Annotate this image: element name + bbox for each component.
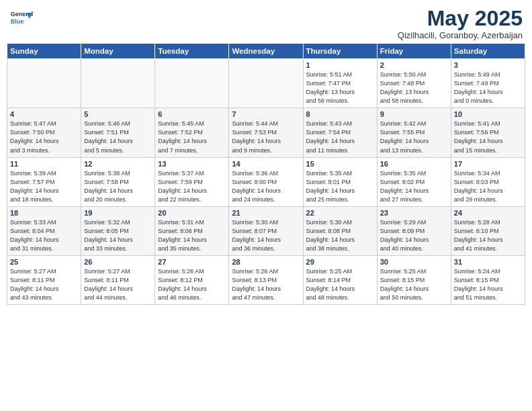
day-number: 14 — [232, 160, 300, 168]
calendar-day-cell: 12Sunrise: 5:38 AM Sunset: 7:58 PM Dayli… — [81, 157, 155, 206]
day-number: 26 — [84, 258, 152, 266]
day-info: Sunrise: 5:42 AM Sunset: 7:55 PM Dayligh… — [380, 120, 448, 154]
calendar-week-row: 25Sunrise: 5:27 AM Sunset: 8:11 PM Dayli… — [7, 255, 525, 304]
day-number: 30 — [380, 258, 448, 266]
day-number: 22 — [306, 209, 374, 217]
calendar-day-cell: 15Sunrise: 5:35 AM Sunset: 8:01 PM Dayli… — [303, 157, 377, 206]
day-number: 6 — [158, 110, 226, 118]
calendar-day-cell: 7Sunrise: 5:44 AM Sunset: 7:53 PM Daylig… — [229, 108, 303, 157]
calendar-day-cell: 10Sunrise: 5:41 AM Sunset: 7:56 PM Dayli… — [451, 108, 525, 157]
day-number: 11 — [10, 160, 78, 168]
calendar-empty-cell — [7, 59, 81, 108]
weekday-header-friday: Friday — [377, 44, 451, 59]
day-info: Sunrise: 5:39 AM Sunset: 7:57 PM Dayligh… — [10, 169, 78, 204]
day-number: 18 — [10, 209, 78, 217]
calendar-week-row: 1Sunrise: 5:51 AM Sunset: 7:47 PM Daylig… — [7, 59, 525, 108]
day-info: Sunrise: 5:35 AM Sunset: 8:02 PM Dayligh… — [380, 169, 448, 204]
calendar-day-cell: 13Sunrise: 5:37 AM Sunset: 7:59 PM Dayli… — [155, 157, 229, 206]
day-number: 13 — [158, 160, 226, 168]
calendar-day-cell: 27Sunrise: 5:26 AM Sunset: 8:12 PM Dayli… — [155, 255, 229, 304]
day-number: 29 — [306, 258, 374, 266]
calendar-empty-cell — [229, 59, 303, 108]
calendar-day-cell: 30Sunrise: 5:25 AM Sunset: 8:15 PM Dayli… — [377, 255, 451, 304]
calendar-empty-cell — [155, 59, 229, 108]
calendar-day-cell: 3Sunrise: 5:49 AM Sunset: 7:49 PM Daylig… — [451, 59, 525, 108]
calendar-day-cell: 1Sunrise: 5:51 AM Sunset: 7:47 PM Daylig… — [303, 59, 377, 108]
day-info: Sunrise: 5:46 AM Sunset: 7:51 PM Dayligh… — [84, 120, 152, 154]
weekday-header-saturday: Saturday — [451, 44, 525, 59]
day-number: 5 — [84, 110, 152, 118]
calendar-day-cell: 28Sunrise: 5:26 AM Sunset: 8:13 PM Dayli… — [229, 255, 303, 304]
calendar-table: SundayMondayTuesdayWednesdayThursdayFrid… — [7, 43, 525, 305]
day-number: 12 — [84, 160, 152, 168]
weekday-header-monday: Monday — [81, 44, 155, 59]
day-info: Sunrise: 5:29 AM Sunset: 8:09 PM Dayligh… — [380, 218, 448, 253]
day-number: 8 — [306, 110, 374, 118]
day-info: Sunrise: 5:50 AM Sunset: 7:48 PM Dayligh… — [380, 71, 448, 105]
day-info: Sunrise: 5:27 AM Sunset: 8:11 PM Dayligh… — [10, 267, 78, 302]
day-info: Sunrise: 5:45 AM Sunset: 7:52 PM Dayligh… — [158, 120, 226, 154]
calendar-day-cell: 18Sunrise: 5:33 AM Sunset: 8:04 PM Dayli… — [7, 206, 81, 255]
calendar-week-row: 18Sunrise: 5:33 AM Sunset: 8:04 PM Dayli… — [7, 206, 525, 255]
calendar-day-cell: 21Sunrise: 5:30 AM Sunset: 8:07 PM Dayli… — [229, 206, 303, 255]
title-block: May 2025 Qizilhacili, Goranboy, Azerbaij… — [398, 7, 523, 40]
day-number: 4 — [10, 110, 78, 118]
day-info: Sunrise: 5:43 AM Sunset: 7:54 PM Dayligh… — [306, 120, 374, 154]
day-number: 25 — [10, 258, 78, 266]
calendar-day-cell: 20Sunrise: 5:31 AM Sunset: 8:06 PM Dayli… — [155, 206, 229, 255]
day-number: 10 — [454, 110, 522, 118]
day-info: Sunrise: 5:49 AM Sunset: 7:49 PM Dayligh… — [454, 71, 522, 105]
day-info: Sunrise: 5:41 AM Sunset: 7:56 PM Dayligh… — [454, 120, 522, 154]
calendar-day-cell: 22Sunrise: 5:30 AM Sunset: 8:08 PM Dayli… — [303, 206, 377, 255]
day-info: Sunrise: 5:25 AM Sunset: 8:15 PM Dayligh… — [380, 267, 448, 302]
day-info: Sunrise: 5:32 AM Sunset: 8:05 PM Dayligh… — [84, 218, 152, 253]
day-number: 21 — [232, 209, 300, 217]
day-number: 24 — [454, 209, 522, 217]
calendar-day-cell: 26Sunrise: 5:27 AM Sunset: 8:11 PM Dayli… — [81, 255, 155, 304]
day-number: 19 — [84, 209, 152, 217]
calendar-day-cell: 2Sunrise: 5:50 AM Sunset: 7:48 PM Daylig… — [377, 59, 451, 108]
calendar-day-cell: 24Sunrise: 5:28 AM Sunset: 8:10 PM Dayli… — [451, 206, 525, 255]
weekday-header-sunday: Sunday — [7, 44, 81, 59]
calendar-week-row: 11Sunrise: 5:39 AM Sunset: 7:57 PM Dayli… — [7, 157, 525, 206]
day-info: Sunrise: 5:47 AM Sunset: 7:50 PM Dayligh… — [10, 120, 78, 154]
day-number: 16 — [380, 160, 448, 168]
day-info: Sunrise: 5:27 AM Sunset: 8:11 PM Dayligh… — [84, 267, 152, 302]
calendar-day-cell: 11Sunrise: 5:39 AM Sunset: 7:57 PM Dayli… — [7, 157, 81, 206]
calendar-day-cell: 4Sunrise: 5:47 AM Sunset: 7:50 PM Daylig… — [7, 108, 81, 157]
day-number: 7 — [232, 110, 300, 118]
day-info: Sunrise: 5:25 AM Sunset: 8:14 PM Dayligh… — [306, 267, 374, 302]
day-info: Sunrise: 5:36 AM Sunset: 8:00 PM Dayligh… — [232, 169, 300, 204]
day-info: Sunrise: 5:24 AM Sunset: 8:15 PM Dayligh… — [454, 267, 522, 302]
day-number: 23 — [380, 209, 448, 217]
calendar-day-cell: 25Sunrise: 5:27 AM Sunset: 8:11 PM Dayli… — [7, 255, 81, 304]
calendar-day-cell: 16Sunrise: 5:35 AM Sunset: 8:02 PM Dayli… — [377, 157, 451, 206]
day-info: Sunrise: 5:33 AM Sunset: 8:04 PM Dayligh… — [10, 218, 78, 253]
day-number: 27 — [158, 258, 226, 266]
day-number: 17 — [454, 160, 522, 168]
day-info: Sunrise: 5:26 AM Sunset: 8:13 PM Dayligh… — [232, 267, 300, 302]
day-number: 1 — [306, 61, 374, 69]
calendar-day-cell: 19Sunrise: 5:32 AM Sunset: 8:05 PM Dayli… — [81, 206, 155, 255]
day-number: 2 — [380, 61, 448, 69]
calendar-empty-cell — [81, 59, 155, 108]
day-info: Sunrise: 5:30 AM Sunset: 8:08 PM Dayligh… — [306, 218, 374, 253]
day-info: Sunrise: 5:44 AM Sunset: 7:53 PM Dayligh… — [232, 120, 300, 154]
day-info: Sunrise: 5:38 AM Sunset: 7:58 PM Dayligh… — [84, 169, 152, 204]
day-info: Sunrise: 5:26 AM Sunset: 8:12 PM Dayligh… — [158, 267, 226, 302]
day-info: Sunrise: 5:51 AM Sunset: 7:47 PM Dayligh… — [306, 71, 374, 105]
calendar-day-cell: 17Sunrise: 5:34 AM Sunset: 8:03 PM Dayli… — [451, 157, 525, 206]
day-number: 9 — [380, 110, 448, 118]
day-number: 3 — [454, 61, 522, 69]
day-number: 31 — [454, 258, 522, 266]
calendar-day-cell: 8Sunrise: 5:43 AM Sunset: 7:54 PM Daylig… — [303, 108, 377, 157]
day-number: 28 — [232, 258, 300, 266]
page-header: General Blue May 2025 Qizilhacili, Goran… — [7, 7, 525, 40]
weekday-header-row: SundayMondayTuesdayWednesdayThursdayFrid… — [7, 44, 525, 59]
calendar-day-cell: 9Sunrise: 5:42 AM Sunset: 7:55 PM Daylig… — [377, 108, 451, 157]
calendar-day-cell: 23Sunrise: 5:29 AM Sunset: 8:09 PM Dayli… — [377, 206, 451, 255]
calendar-day-cell: 14Sunrise: 5:36 AM Sunset: 8:00 PM Dayli… — [229, 157, 303, 206]
weekday-header-thursday: Thursday — [303, 44, 377, 59]
calendar-day-cell: 5Sunrise: 5:46 AM Sunset: 7:51 PM Daylig… — [81, 108, 155, 157]
day-info: Sunrise: 5:28 AM Sunset: 8:10 PM Dayligh… — [454, 218, 522, 253]
